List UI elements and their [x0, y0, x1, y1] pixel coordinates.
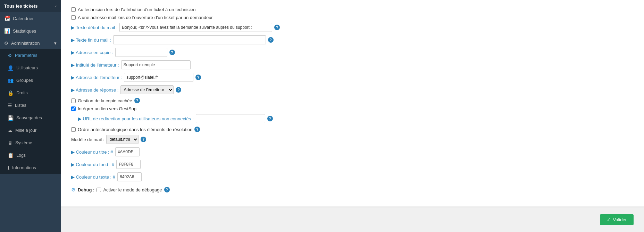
- adresse-reponse-row: ▶ Adresse de réponse : Adresse de l'émet…: [71, 85, 634, 94]
- listes-label: Listes: [15, 103, 26, 108]
- modele-label: Modèle de mail :: [71, 137, 104, 142]
- footer-bar: ✓ Valider: [61, 207, 644, 232]
- debug-label: Debug :: [78, 187, 94, 192]
- couleur-fond-input[interactable]: [116, 160, 141, 169]
- save-icon: 💾: [8, 115, 14, 121]
- couleur-titre-row: ▶ Couleur du titre : #: [71, 147, 634, 156]
- adresse-emetteur-help-icon[interactable]: ?: [195, 75, 201, 80]
- intitule-input[interactable]: [121, 60, 191, 69]
- checkbox2-input[interactable]: [71, 15, 76, 20]
- adresse-copie-help-icon[interactable]: ?: [169, 50, 175, 55]
- calendrier-label: Calendrier: [13, 16, 34, 21]
- sidebar-item-systeme[interactable]: 🖥 Système: [0, 137, 61, 149]
- params-icon: ⚙: [8, 53, 12, 58]
- texte-debut-input[interactable]: [119, 23, 272, 32]
- main-content: Au technicien lors de l'attribution d'un…: [61, 0, 644, 232]
- texte-fin-input[interactable]: [113, 35, 266, 44]
- checkbox2-row: A une adresse mail lors de l'ouverture d…: [71, 15, 634, 20]
- sidebar-item-parametres[interactable]: ⚙ Paramètres: [0, 49, 61, 62]
- texte-fin-label[interactable]: ▶ Texte fin du mail :: [71, 37, 111, 43]
- couleur-texte-label[interactable]: ▶ Couleur du texte : #: [71, 174, 115, 180]
- intitule-label[interactable]: ▶ Intitulé de l'émetteur :: [71, 62, 119, 68]
- droits-label: Droits: [16, 91, 28, 95]
- debug-help-icon[interactable]: ?: [164, 187, 170, 192]
- adresse-copie-input[interactable]: [115, 48, 167, 57]
- modele-select[interactable]: default.htm custom.htm: [106, 135, 139, 144]
- gestion-copie-label: Gestion de la copie cachée: [78, 98, 132, 103]
- sidebar-item-logs[interactable]: 📋 Logs: [0, 149, 61, 162]
- texte-fin-row: ▶ Texte fin du mail : ?: [71, 35, 634, 44]
- form-panel: Au technicien lors de l'attribution d'un…: [61, 0, 644, 206]
- url-redirect-row: ▶ URL de redirection pour les utilisateu…: [78, 114, 634, 123]
- informations-label: Informations: [12, 165, 36, 170]
- adresse-reponse-select[interactable]: Adresse de l'émetteur Adresse personnali…: [120, 85, 174, 94]
- modele-help-icon[interactable]: ?: [141, 137, 146, 142]
- sidebar-item-calendrier[interactable]: 📅 Calendrier: [0, 12, 61, 25]
- texte-debut-row: ▶ Texte début du mail : ?: [71, 23, 634, 32]
- admin-icon: ⚙: [4, 41, 8, 46]
- ordre-checkbox[interactable]: [71, 127, 76, 132]
- admin-chevron-icon: ▾: [54, 41, 57, 46]
- sidebar-item-droits[interactable]: 🔒 Droits: [0, 87, 61, 99]
- integrer-lien-checkbox[interactable]: [71, 106, 76, 111]
- debug-checkbox[interactable]: [97, 188, 101, 192]
- lock-icon: 🔒: [8, 90, 14, 96]
- adresse-emetteur-row: ▶ Adresse de l'émetteur : ?: [71, 73, 634, 82]
- adresse-copie-row: ▶ Adresse en copie : ?: [71, 48, 634, 57]
- validate-button[interactable]: ✓ Valider: [600, 214, 634, 225]
- texte-fin-help-icon[interactable]: ?: [268, 37, 274, 43]
- integrer-lien-label: Intégrer un lien vers GestSup: [78, 106, 136, 111]
- sauvegardes-label: Sauvegardes: [16, 115, 42, 120]
- info-icon: ℹ: [8, 165, 9, 171]
- gestion-copie-help-icon[interactable]: ?: [134, 98, 140, 103]
- sidebar-item-administration[interactable]: ⚙ Administration ▾: [0, 37, 61, 49]
- adresse-reponse-label[interactable]: ▶ Adresse de réponse :: [71, 87, 118, 93]
- debug-checkbox-label: Activer le mode de débogage: [103, 187, 162, 192]
- sidebar-title: Tous les tickets: [4, 3, 38, 9]
- sidebar-item-statistiques[interactable]: 📊 Statistiques: [0, 25, 61, 37]
- url-redirect-input[interactable]: [196, 114, 265, 123]
- intitule-row: ▶ Intitulé de l'émetteur :: [71, 60, 634, 69]
- monitor-icon: 🖥: [8, 140, 12, 146]
- gestion-copie-row: Gestion de la copie cachée ?: [71, 98, 634, 103]
- texte-debut-help-icon[interactable]: ?: [274, 25, 280, 30]
- validate-label: Valider: [613, 217, 627, 222]
- sidebar-item-groupes[interactable]: 👥 Groupes: [0, 74, 61, 87]
- sidebar-item-utilisateurs[interactable]: 👤 Utilisateurs: [0, 62, 61, 74]
- checkbox1-label: Au technicien lors de l'attribution d'un…: [78, 7, 196, 12]
- sidebar-item-mise-a-jour[interactable]: ☁ Mise à jour: [0, 124, 61, 137]
- couleur-texte-input[interactable]: [117, 172, 142, 181]
- url-redirect-label[interactable]: ▶ URL de redirection pour les utilisateu…: [78, 116, 194, 121]
- admin-submenu: ⚙ Paramètres 👤 Utilisateurs 👥 Groupes 🔒 …: [0, 49, 61, 174]
- couleur-titre-input[interactable]: [115, 147, 140, 156]
- groups-icon: 👥: [8, 78, 14, 83]
- url-redirect-help-icon[interactable]: ?: [267, 116, 273, 121]
- sidebar-header[interactable]: Tous les tickets ‹: [0, 0, 61, 12]
- cloud-icon: ☁: [8, 128, 12, 133]
- groupes-label: Groupes: [16, 78, 33, 83]
- collapse-icon[interactable]: ‹: [55, 4, 57, 9]
- logs-label: Logs: [16, 153, 26, 158]
- couleur-titre-label[interactable]: ▶ Couleur du titre : #: [71, 149, 113, 155]
- sidebar-item-informations[interactable]: ℹ Informations: [0, 162, 61, 174]
- sidebar: Tous les tickets ‹ 📅 Calendrier 📊 Statis…: [0, 0, 61, 232]
- adresse-copie-label[interactable]: ▶ Adresse en copie :: [71, 50, 113, 55]
- sidebar-item-listes[interactable]: ☰ Listes: [0, 99, 61, 112]
- ordre-help-icon[interactable]: ?: [194, 127, 200, 132]
- utilisateurs-label: Utilisateurs: [16, 66, 38, 70]
- check-icon: ✓: [607, 217, 611, 222]
- texte-debut-label[interactable]: ▶ Texte début du mail :: [71, 25, 117, 30]
- adresse-reponse-help-icon[interactable]: ?: [176, 87, 181, 93]
- checkbox1-input[interactable]: [71, 7, 76, 12]
- list-icon: ☰: [8, 103, 12, 108]
- integrer-lien-row: Intégrer un lien vers GestSup: [71, 106, 634, 111]
- couleur-texte-row: ▶ Couleur du texte : #: [71, 172, 634, 181]
- mise-a-jour-label: Mise à jour: [15, 128, 36, 133]
- couleur-fond-label[interactable]: ▶ Couleur du fond : #: [71, 162, 114, 167]
- adresse-emetteur-label[interactable]: ▶ Adresse de l'émetteur :: [71, 75, 122, 80]
- sidebar-item-sauvegardes[interactable]: 💾 Sauvegardes: [0, 112, 61, 124]
- adresse-emetteur-input[interactable]: [124, 73, 193, 82]
- gestion-copie-checkbox[interactable]: [71, 98, 76, 103]
- ordre-label: Ordre antéchronologique dans les élément…: [78, 127, 192, 132]
- ordre-row: Ordre antéchronologique dans les élément…: [71, 127, 634, 132]
